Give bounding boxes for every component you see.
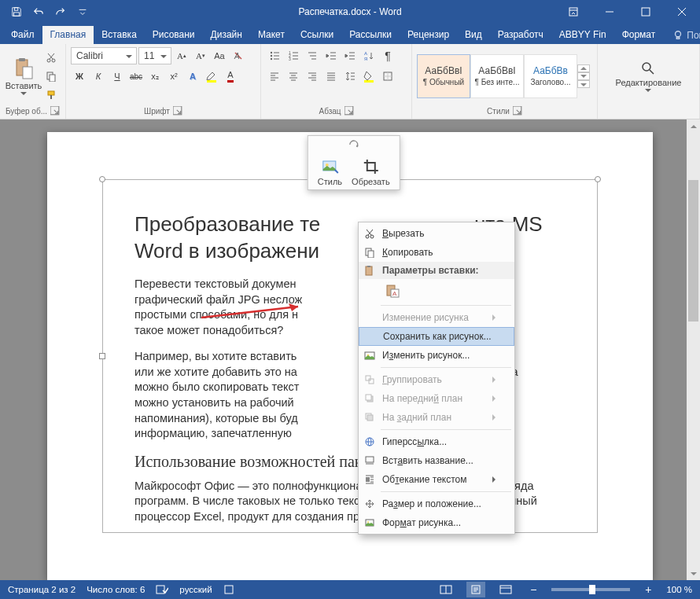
styles-more[interactable] xyxy=(577,80,590,88)
styles-up[interactable] xyxy=(577,64,590,72)
language-indicator[interactable]: русский xyxy=(179,585,212,594)
ribbon-display-options[interactable] xyxy=(555,0,591,24)
highlight-button[interactable] xyxy=(203,68,220,85)
zoom-out[interactable]: − xyxy=(526,582,540,597)
ctx-size-position[interactable]: Размер и положение... xyxy=(359,494,514,513)
superscript-button[interactable]: x² xyxy=(165,68,182,85)
paste-keep-source[interactable]: A xyxy=(382,281,403,301)
subscript-button[interactable]: x₂ xyxy=(146,68,164,85)
tab-format[interactable]: Формат xyxy=(614,26,664,44)
align-left-button[interactable] xyxy=(266,68,283,85)
zoom-level[interactable]: 100 % xyxy=(666,585,692,594)
underline-button[interactable]: Ч xyxy=(109,68,126,85)
zoom-in[interactable]: + xyxy=(641,582,655,597)
resize-handle-ml[interactable] xyxy=(99,353,105,359)
view-print-layout[interactable] xyxy=(466,582,485,597)
ctx-edit-picture[interactable]: Изменить рисунок... xyxy=(359,346,514,365)
minimize-button[interactable] xyxy=(591,0,628,24)
find-button[interactable]: Редактирование xyxy=(613,59,685,94)
tab-view[interactable]: Вид xyxy=(457,26,490,44)
align-right-button[interactable] xyxy=(304,68,321,85)
undo-button[interactable] xyxy=(28,0,49,24)
word-count[interactable]: Число слов: 6 xyxy=(87,585,145,594)
zoom-thumb[interactable] xyxy=(589,585,595,594)
ctx-format-picture[interactable]: Формат рисунка... xyxy=(359,513,514,532)
vertical-scrollbar[interactable] xyxy=(687,119,700,580)
ctx-hyperlink[interactable]: Гиперссылка... xyxy=(359,432,514,451)
resize-handle-tl[interactable] xyxy=(99,176,105,182)
increase-indent-button[interactable] xyxy=(341,47,359,64)
copy-button[interactable] xyxy=(42,68,60,85)
tab-file[interactable]: Файл xyxy=(3,26,42,44)
font-launcher[interactable] xyxy=(173,106,182,116)
crop-button[interactable]: Обрезать xyxy=(347,156,395,188)
cut-button[interactable] xyxy=(42,49,60,66)
justify-button[interactable] xyxy=(322,68,340,85)
tab-mailings[interactable]: Рассылки xyxy=(341,26,400,44)
close-button[interactable] xyxy=(664,0,700,24)
tab-home[interactable]: Главная xyxy=(42,26,94,44)
tab-layout[interactable]: Макет xyxy=(250,26,293,44)
format-painter-button[interactable] xyxy=(42,86,60,104)
view-web-layout[interactable] xyxy=(496,582,515,597)
mini-toolbar-refresh[interactable] xyxy=(308,136,400,153)
qat-customize[interactable] xyxy=(72,0,93,24)
decrease-indent-button[interactable] xyxy=(322,47,340,64)
ctx-insert-caption[interactable]: Вставить название... xyxy=(359,451,514,470)
bold-button[interactable]: Ж xyxy=(71,68,88,85)
numbering-button[interactable]: 123 xyxy=(285,47,302,64)
maximize-button[interactable] xyxy=(628,0,664,24)
font-size-combo[interactable]: 11 xyxy=(138,47,171,64)
change-case-button[interactable]: Aa xyxy=(211,47,228,64)
scroll-up[interactable] xyxy=(687,119,700,133)
scroll-down[interactable] xyxy=(687,567,700,580)
text-effects-button[interactable]: A xyxy=(184,68,201,85)
style-heading1[interactable]: АаБбВвЗаголово... xyxy=(524,54,577,98)
borders-button[interactable] xyxy=(379,68,396,85)
bullets-button[interactable] xyxy=(266,47,283,64)
tell-me-search[interactable]: Помощ xyxy=(666,27,700,44)
style-nospacing[interactable]: АаБбВвІ¶ Без инте... xyxy=(470,54,524,98)
show-marks-button[interactable]: ¶ xyxy=(379,47,396,64)
sort-button[interactable]: AЯ xyxy=(360,47,378,64)
ctx-cut[interactable]: Вырезать xyxy=(359,224,514,243)
zoom-slider[interactable] xyxy=(551,588,630,591)
picture-style-button[interactable]: Стиль xyxy=(313,156,347,188)
save-button[interactable] xyxy=(6,0,27,24)
align-center-button[interactable] xyxy=(285,68,302,85)
font-color-button[interactable]: A xyxy=(222,68,239,85)
scroll-thumb[interactable] xyxy=(688,180,698,322)
paste-button[interactable]: Вставить xyxy=(5,56,42,97)
ctx-save-as-picture[interactable]: Сохранить как рисунок... xyxy=(359,327,514,346)
macro-icon[interactable] xyxy=(223,584,234,595)
ctx-wrap-text[interactable]: Обтекание текстом xyxy=(359,470,514,489)
styles-down[interactable] xyxy=(577,72,590,80)
italic-button[interactable]: К xyxy=(90,68,107,85)
selected-image[interactable]: Преобразование текстового документа MSWo… xyxy=(102,179,598,533)
page-indicator[interactable]: Страница 2 из 2 xyxy=(8,585,76,594)
page[interactable]: Преобразование текстового документа MSWo… xyxy=(47,132,653,580)
shrink-font-button[interactable]: A▾ xyxy=(192,47,209,64)
tab-abbyy[interactable]: ABBYY Fin xyxy=(551,26,614,44)
strike-button[interactable]: abc xyxy=(127,68,145,85)
paragraph-launcher[interactable] xyxy=(344,106,354,116)
multilevel-button[interactable] xyxy=(304,47,321,64)
tab-review[interactable]: Рецензир xyxy=(400,26,457,44)
clear-formatting-button[interactable]: A xyxy=(230,47,247,64)
tab-insert[interactable]: Вставка xyxy=(94,26,145,44)
resize-handle-tr[interactable] xyxy=(595,176,601,182)
grow-font-button[interactable]: A▴ xyxy=(173,47,190,64)
tab-references[interactable]: Ссылки xyxy=(293,26,341,44)
font-family-combo[interactable]: Calibri xyxy=(71,47,137,64)
tab-draw[interactable]: Рисовани xyxy=(145,26,203,44)
tab-design[interactable]: Дизайн xyxy=(203,26,250,44)
clipboard-launcher[interactable] xyxy=(50,106,60,116)
line-spacing-button[interactable] xyxy=(341,68,359,85)
redo-button[interactable] xyxy=(50,0,71,24)
styles-launcher[interactable] xyxy=(513,106,522,116)
spell-check-icon[interactable] xyxy=(156,584,168,595)
ctx-copy[interactable]: Копировать xyxy=(359,243,514,262)
view-read-mode[interactable] xyxy=(437,582,455,597)
style-normal[interactable]: АаБбВвІ¶ Обычный xyxy=(417,54,470,98)
shading-button[interactable] xyxy=(360,68,378,85)
